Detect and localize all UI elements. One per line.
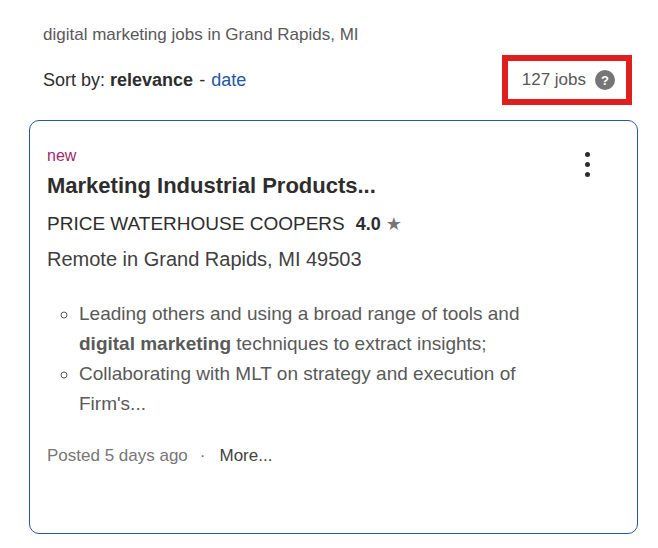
help-question-icon[interactable]: ? [595, 70, 615, 90]
company-rating-value: 4.0 [356, 213, 381, 236]
footer-dot-separator: · [200, 445, 206, 467]
job-snippet-item: Leading others and using a broad range o… [79, 299, 537, 359]
snippet-text: Leading others and using a broad range o… [79, 303, 520, 324]
job-snippet-item: Collaborating with MLT on strategy and e… [79, 359, 537, 419]
new-badge: new [47, 146, 376, 165]
sort-option-relevance: relevance [110, 70, 193, 90]
kebab-dot [585, 152, 590, 157]
search-query-text: digital marketing jobs in Grand Rapids, … [43, 24, 658, 45]
job-card-header-left: new Marketing Industrial Products... [47, 146, 376, 212]
kebab-menu-button[interactable] [583, 150, 592, 179]
sort-row: Sort by: relevance-date 127 jobs ? [43, 55, 632, 105]
job-location: Remote in Grand Rapids, MI 49503 [47, 246, 621, 272]
snippet-text: techniques to extract insights; [231, 333, 487, 354]
company-name: PRICE WATERHOUSE COOPERS [47, 212, 345, 237]
kebab-dot [585, 162, 590, 167]
sort-by-control: Sort by: relevance-date [43, 70, 246, 91]
snippet-highlight-term: digital marketing [79, 333, 231, 354]
snippet-text: Collaborating with MLT on strategy and e… [79, 363, 516, 414]
company-row: PRICE WATERHOUSE COOPERS 4.0 ★ [47, 212, 621, 237]
sort-option-date-link[interactable]: date [211, 70, 246, 90]
job-card-header: new Marketing Industrial Products... [47, 146, 621, 212]
sort-separator: - [199, 70, 205, 90]
more-link[interactable]: More... [220, 445, 273, 467]
job-snippet-list: Leading others and using a broad range o… [47, 299, 621, 419]
job-count-text: 127 jobs [522, 70, 586, 90]
job-title-link[interactable]: Marketing Industrial Products... [47, 172, 376, 201]
star-icon: ★ [386, 213, 402, 236]
job-card-footer: Posted 5 days ago · More... [47, 445, 621, 467]
sort-by-label: Sort by: [43, 70, 105, 90]
kebab-dot [585, 172, 590, 177]
job-card[interactable]: new Marketing Industrial Products... PRI… [29, 120, 638, 534]
posted-date-text: Posted 5 days ago [47, 445, 188, 467]
search-results-page: digital marketing jobs in Grand Rapids, … [0, 0, 658, 534]
annotation-highlight-box: 127 jobs ? [502, 55, 632, 105]
